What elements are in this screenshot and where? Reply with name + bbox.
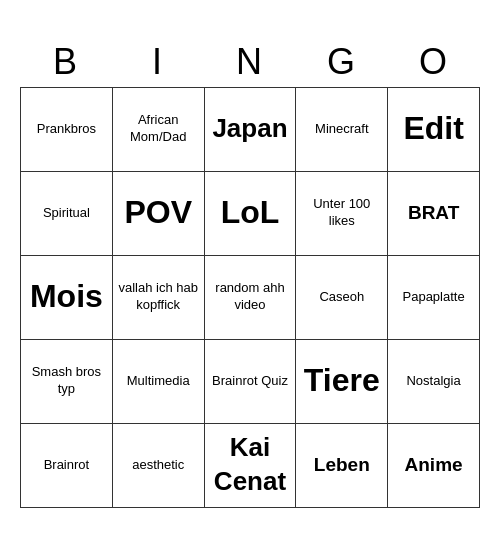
bingo-cell: Smash bros typ: [21, 340, 113, 424]
cell-text: Spiritual: [43, 205, 90, 222]
bingo-cell: vallah ich hab kopffick: [113, 256, 205, 340]
bingo-cell: Nostalgia: [388, 340, 480, 424]
cell-text: Edit: [403, 108, 463, 150]
bingo-cell: Minecraft: [296, 88, 388, 172]
cell-text: aesthetic: [132, 457, 184, 474]
cell-text: POV: [124, 192, 192, 234]
bingo-cell: Kai Cenat: [205, 424, 297, 508]
header-letter: N: [204, 37, 296, 87]
bingo-header: BINGO: [20, 37, 480, 87]
header-letter: I: [112, 37, 204, 87]
bingo-cell: aesthetic: [113, 424, 205, 508]
cell-text: Prankbros: [37, 121, 96, 138]
cell-text: Nostalgia: [406, 373, 460, 390]
bingo-cell: Unter 100 likes: [296, 172, 388, 256]
cell-text: Caseoh: [319, 289, 364, 306]
cell-text: Brainrot Quiz: [212, 373, 288, 390]
cell-text: Smash bros typ: [25, 364, 108, 398]
cell-text: LoL: [221, 192, 280, 234]
bingo-cell: Japan: [205, 88, 297, 172]
cell-text: Multimedia: [127, 373, 190, 390]
bingo-cell: Edit: [388, 88, 480, 172]
cell-text: Papaplatte: [403, 289, 465, 306]
bingo-cell: Caseoh: [296, 256, 388, 340]
header-letter: O: [388, 37, 480, 87]
bingo-cell: Leben: [296, 424, 388, 508]
cell-text: Kai Cenat: [209, 431, 292, 499]
bingo-cell: LoL: [205, 172, 297, 256]
cell-text: Leben: [314, 453, 370, 478]
cell-text: Tiere: [304, 360, 380, 402]
header-letter: B: [20, 37, 112, 87]
cell-text: African Mom/Dad: [117, 112, 200, 146]
bingo-cell: random ahh video: [205, 256, 297, 340]
bingo-cell: Mois: [21, 256, 113, 340]
cell-text: Unter 100 likes: [300, 196, 383, 230]
cell-text: Mois: [30, 276, 103, 318]
cell-text: random ahh video: [209, 280, 292, 314]
bingo-cell: Spiritual: [21, 172, 113, 256]
bingo-cell: Prankbros: [21, 88, 113, 172]
bingo-cell: Brainrot: [21, 424, 113, 508]
bingo-cell: Tiere: [296, 340, 388, 424]
cell-text: Minecraft: [315, 121, 368, 138]
bingo-cell: Multimedia: [113, 340, 205, 424]
cell-text: Japan: [212, 112, 287, 146]
bingo-cell: Brainrot Quiz: [205, 340, 297, 424]
bingo-grid: PrankbrosAfrican Mom/DadJapanMinecraftEd…: [20, 87, 480, 508]
cell-text: BRAT: [408, 201, 459, 226]
bingo-cell: African Mom/Dad: [113, 88, 205, 172]
cell-text: Brainrot: [44, 457, 90, 474]
bingo-cell: Papaplatte: [388, 256, 480, 340]
bingo-cell: Anime: [388, 424, 480, 508]
cell-text: vallah ich hab kopffick: [117, 280, 200, 314]
bingo-cell: POV: [113, 172, 205, 256]
cell-text: Anime: [405, 453, 463, 478]
bingo-cell: BRAT: [388, 172, 480, 256]
header-letter: G: [296, 37, 388, 87]
bingo-card: BINGO PrankbrosAfrican Mom/DadJapanMinec…: [20, 37, 480, 508]
